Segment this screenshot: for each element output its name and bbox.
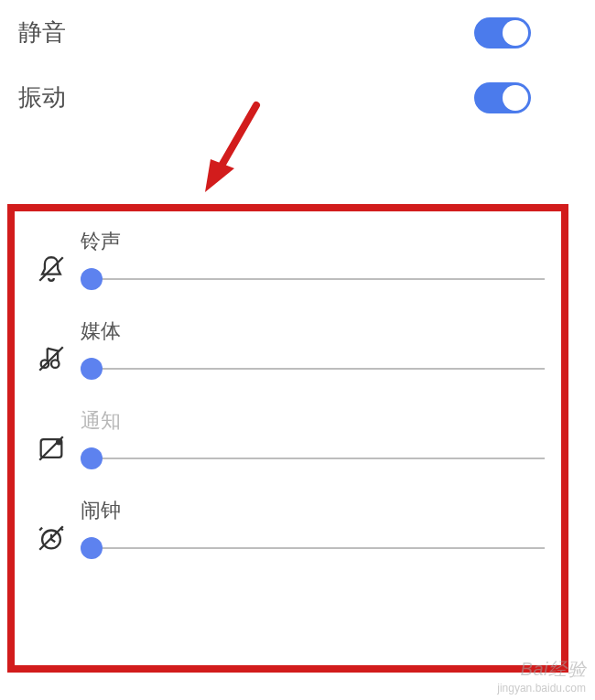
notification-slider[interactable] — [81, 446, 545, 471]
slider-row-ringtone: 铃声 — [31, 228, 545, 292]
slider-row-alarm: 闹钟 — [31, 497, 545, 561]
alarm-slider[interactable] — [81, 535, 545, 561]
slider-row-media: 媒体 — [31, 318, 545, 382]
slider-track — [92, 368, 545, 370]
alarm-muted-icon — [31, 522, 71, 554]
ringtone-slider[interactable] — [81, 266, 545, 292]
notification-muted-icon — [31, 433, 71, 464]
svg-marker-0 — [205, 159, 234, 192]
toggle-knob — [503, 20, 528, 46]
slider-label-ringtone: 铃声 — [81, 228, 545, 255]
slider-label-media: 媒体 — [81, 318, 545, 345]
media-slider[interactable] — [81, 356, 545, 382]
slider-track — [92, 458, 545, 459]
toggle-row-mute: 静音 — [0, 0, 595, 65]
svg-point-3 — [51, 360, 60, 368]
watermark-line2: jingyan.baidu.com — [497, 682, 586, 695]
slider-thumb[interactable] — [81, 537, 103, 559]
slider-col: 铃声 — [71, 228, 545, 292]
mute-toggle[interactable] — [474, 17, 531, 48]
toggle-label-mute: 静音 — [18, 16, 66, 48]
sliders-highlight-box: 铃声 媒体 — [7, 204, 568, 673]
toggle-label-vibrate: 振动 — [18, 81, 66, 113]
slider-track — [92, 547, 545, 549]
slider-track — [92, 278, 545, 280]
svg-line-1 — [39, 257, 63, 281]
slider-thumb[interactable] — [81, 358, 103, 380]
slider-label-notification: 通知 — [81, 407, 545, 435]
slider-row-notification: 通知 — [31, 407, 545, 471]
vibrate-toggle[interactable] — [474, 82, 531, 113]
slider-col: 闹钟 — [71, 497, 545, 561]
toggle-row-vibrate: 振动 — [0, 65, 595, 130]
ringtone-muted-icon — [31, 253, 71, 285]
media-muted-icon — [31, 343, 71, 374]
slider-col: 通知 — [71, 407, 545, 471]
slider-thumb[interactable] — [81, 447, 103, 469]
slider-col: 媒体 — [71, 318, 545, 382]
slider-label-alarm: 闹钟 — [81, 497, 545, 524]
slider-thumb[interactable] — [81, 268, 103, 290]
toggle-knob — [503, 85, 528, 111]
